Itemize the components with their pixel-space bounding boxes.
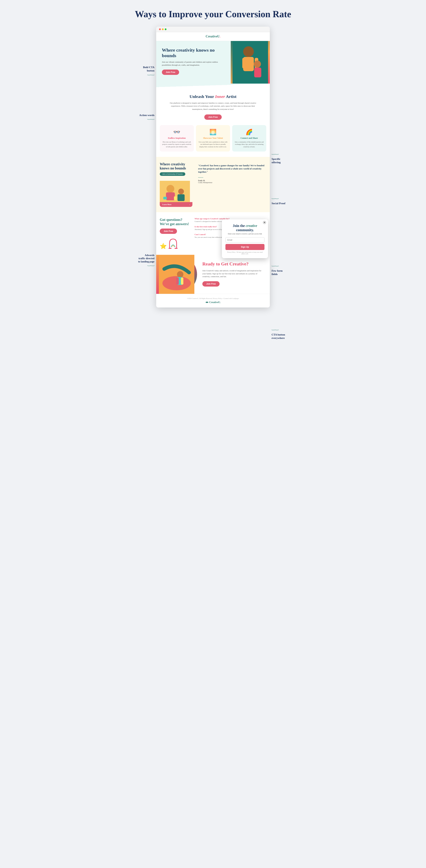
window-minimize-dot[interactable] [162, 28, 164, 30]
card-connect-share: 🌈 Connect and Share Join a community of … [232, 125, 266, 152]
community-photo [160, 181, 190, 202]
footer-copyright: ©2024 CreativeU. All Rights Reserved. Pr… [160, 298, 266, 299]
hero-section: Where creativity knows no bounds Join ou… [156, 41, 270, 84]
site-footer: ©2024 CreativeU. All Rights Reserved. Pr… [156, 294, 270, 308]
card-icon-inspiration: 👓 [162, 129, 191, 135]
card-title-inspiration: Endless Inspiration [162, 137, 191, 140]
popup-submit-button[interactable]: Sign Up [225, 244, 265, 250]
svg-rect-15 [175, 248, 178, 249]
hero-image [231, 41, 270, 84]
card-body-share: Join a community of like-minded parents … [235, 141, 264, 148]
svg-point-8 [166, 185, 174, 193]
annotation-bold-cta: Bold CTAbutton 〰〰 [133, 66, 154, 78]
logo-text: CreativeU. [206, 35, 220, 38]
card-showcase-talent: 🌅 Showcase Your Talent Give your little … [196, 125, 230, 152]
browser-window: CreativeU. Where creativity knows no bou… [156, 27, 270, 308]
card-icon-talent: 🌅 [199, 129, 227, 135]
svg-point-1 [243, 46, 254, 57]
hero-photo [231, 41, 270, 84]
popup-subtitle: Enter your email to receive a private ac… [225, 233, 265, 235]
svg-rect-6 [254, 68, 261, 78]
tilde-decoration: ~~~ [198, 176, 266, 180]
window-maximize-dot[interactable] [165, 28, 166, 30]
svg-rect-14 [169, 248, 172, 249]
arrow-icon: › [189, 204, 190, 206]
svg-point-10 [178, 189, 184, 194]
page-header: Ways to Improve your Conversion Rate [0, 0, 426, 27]
cta-body: Join CreativeU today and unlock a world … [202, 269, 265, 278]
learn-more-label: Learn More [162, 204, 172, 206]
svg-rect-3 [242, 58, 246, 68]
social-right: "CreativeU has been a game-changer for o… [195, 162, 266, 207]
svg-rect-13 [174, 196, 177, 200]
faq-cta-button[interactable]: Join Free [160, 228, 177, 234]
card-endless-inspiration: 👓 Endless Inspiration Dive into our libr… [160, 125, 194, 152]
annotation-specific-offering: 〰〰 Specificoffering [272, 153, 293, 164]
footer-logo-text: CreativeU. [209, 301, 221, 304]
star-illustration: ⭐ [160, 243, 167, 249]
annotation-action-words: Action words 〰〰 [133, 114, 154, 122]
svg-rect-20 [176, 278, 179, 285]
unleash-body: Our platform is designed to inspire and … [167, 101, 259, 111]
cta-bottom-button[interactable]: Join Free [202, 281, 219, 286]
faq-illustrations: ⭐ [160, 238, 192, 249]
feature-cards-row: 👓 Endless Inspiration Dive into our libr… [156, 125, 270, 157]
join-community-button[interactable]: Join a Community of Parents [160, 172, 185, 176]
cta-bottom-section: Ready to Get Creative? Join CreativeU to… [156, 255, 270, 294]
annotation-social-proof: 〰〰 Social Proof [272, 197, 293, 205]
email-signup-popup: ✕ Join the creative community. Enter you… [222, 219, 268, 258]
faq-left: Got questions? We've got answers! Join F… [160, 218, 192, 249]
popup-title: Join the creative community. [225, 223, 265, 232]
footer-logo-area: CreativeU. [160, 301, 266, 304]
card-body-inspiration: Dive into our library of workshops and c… [162, 141, 191, 148]
annotation-cta-everywhere: 〰〰 CTA buttoneverywhere [272, 328, 293, 340]
popup-close-button[interactable]: ✕ [263, 221, 266, 224]
arch-illustration [169, 238, 178, 249]
svg-rect-11 [178, 194, 185, 201]
testimonial-quote: "CreativeU has been a game-changer for o… [198, 164, 266, 174]
faq-heading: Got questions? We've got answers! [160, 218, 192, 226]
faq-section: Got questions? We've got answers! Join F… [156, 212, 270, 255]
svg-point-5 [254, 61, 261, 68]
footer-logo-icon [205, 301, 209, 304]
cta-bottom-image [156, 255, 197, 294]
hero-body: Join our vibrant community of parents an… [162, 61, 226, 66]
window-close-dot[interactable] [159, 28, 161, 30]
annotation-few-form: 〰〰 Few formfields [272, 265, 293, 276]
popup-privacy-text: Privacy Policy · We hate spam and promis… [225, 251, 265, 255]
unleash-heading: Unleash Your Inner Artist [167, 94, 259, 99]
testimonial-author: Emily M. Crafty Mompreneur [198, 180, 266, 183]
svg-rect-12 [163, 197, 167, 199]
hero-left: Where creativity knows no bounds Join ou… [156, 41, 231, 84]
wave-divider [156, 84, 270, 87]
popup-email-input[interactable] [225, 237, 265, 243]
social-left: Where creativity knows no bounds Join a … [160, 162, 195, 207]
svg-point-18 [177, 271, 183, 278]
hero-heading: Where creativity knows no bounds [162, 48, 226, 58]
svg-marker-22 [205, 301, 209, 303]
svg-rect-9 [166, 192, 175, 200]
social-proof-section: Where creativity knows no bounds Join a … [156, 157, 270, 212]
learn-more-bar[interactable]: Learn More › [160, 202, 192, 207]
svg-rect-21 [181, 278, 183, 285]
card-body-talent: Give your little ones a platform to shin… [199, 141, 227, 148]
card-title-talent: Showcase Your Talent [199, 137, 227, 140]
unleash-cta-button[interactable]: Join Free [204, 115, 221, 120]
unleash-section: Unleash Your Inner Artist Our platform i… [156, 87, 270, 125]
cta-heading: Ready to Get Creative? [202, 261, 265, 267]
hero-cta-button[interactable]: Join Free [162, 69, 179, 75]
card-title-share: Connect and Share [235, 137, 264, 140]
site-nav: CreativeU. [156, 32, 270, 41]
annotation-adwords: Adwordstraffic directedto landing page 〰… [133, 254, 154, 268]
browser-chrome [156, 27, 270, 32]
page-title: Ways to Improve your Conversion Rate [4, 9, 422, 20]
card-icon-share: 🌈 [235, 129, 264, 135]
cta-right: Ready to Get Creative? Join CreativeU to… [197, 255, 270, 294]
social-heading: Where creativity knows no bounds [160, 162, 192, 170]
